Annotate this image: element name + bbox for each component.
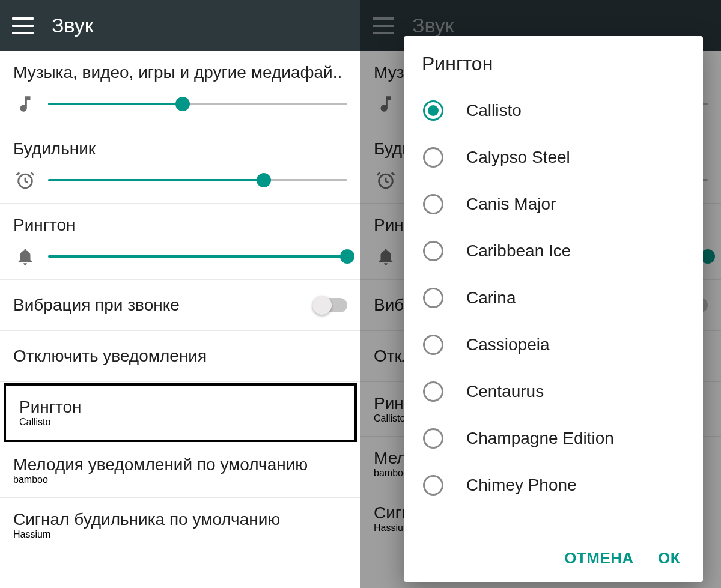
radio-button[interactable] xyxy=(423,147,443,168)
radio-button[interactable] xyxy=(423,288,443,308)
vibrate-label: Вибрация при звонке xyxy=(13,296,180,315)
ringtone-options-list: CallistoCalypso SteelCanis MajorCaribbea… xyxy=(404,87,703,536)
alarm-sound-item[interactable]: Сигнал будильника по умолчанию Hassium xyxy=(0,498,360,552)
ringtone-option-label: Cassiopeia xyxy=(466,335,550,354)
media-volume-setting: Музыка, видео, игры и другие медиафай.. xyxy=(0,51,360,127)
ringtone-option[interactable]: Centaurus xyxy=(412,368,695,415)
ringtone-option[interactable]: Champagne Edition xyxy=(412,415,695,462)
ringtone-setting-value: Callisto xyxy=(19,417,341,428)
media-volume-slider[interactable] xyxy=(48,93,347,115)
ringtone-option-label: Chimey Phone xyxy=(466,476,577,495)
notification-sound-item[interactable]: Мелодия уведомлений по умолчанию bamboo xyxy=(0,443,360,498)
dialog-actions: ОТМЕНА ОК xyxy=(404,536,703,582)
ringtone-volume-setting: Рингтон xyxy=(0,204,360,280)
dialog-title: Рингтон xyxy=(404,36,703,87)
radio-button[interactable] xyxy=(423,475,443,496)
radio-button[interactable] xyxy=(423,381,443,402)
ringtone-option-label: Callisto xyxy=(466,101,522,120)
ringtone-option[interactable]: Canis Major xyxy=(412,181,695,228)
alarm-sound-label: Сигнал будильника по умолчанию xyxy=(13,510,347,529)
sound-settings-screen: Звук Музыка, видео, игры и другие медиаф… xyxy=(0,0,360,588)
ringtone-option-label: Canis Major xyxy=(466,195,556,214)
vibrate-on-call-item[interactable]: Вибрация при звонке xyxy=(0,280,360,331)
dnd-label: Отключить уведомления xyxy=(13,347,207,366)
ringtone-option[interactable]: Calypso Steel xyxy=(412,134,695,181)
alarm-clock-icon xyxy=(13,168,37,192)
radio-button[interactable] xyxy=(423,428,443,449)
ringtone-option[interactable]: Carina xyxy=(412,274,695,321)
ringtone-setting-label: Рингтон xyxy=(19,398,341,417)
ringtone-option[interactable]: Callisto xyxy=(412,87,695,134)
ringtone-option-label: Centaurus xyxy=(466,382,544,401)
ringtone-option[interactable]: Chimey Phone xyxy=(412,462,695,509)
radio-button[interactable] xyxy=(423,194,443,214)
alarm-sound-value: Hassium xyxy=(13,529,347,540)
ringtone-option[interactable]: Cassiopeia xyxy=(412,321,695,368)
do-not-disturb-item[interactable]: Отключить уведомления xyxy=(0,331,360,382)
media-volume-label: Музыка, видео, игры и другие медиафай.. xyxy=(13,63,347,82)
appbar: Звук xyxy=(0,0,360,51)
notification-sound-value: bamboo xyxy=(13,474,347,485)
ringtone-option-label: Calypso Steel xyxy=(466,148,570,167)
cancel-button[interactable]: ОТМЕНА xyxy=(564,549,634,568)
sound-settings-screen-dialog-open: Звук Музыка, видео, игры и другие медиаф… xyxy=(360,0,721,588)
ringtone-option-label: Carina xyxy=(466,288,516,308)
radio-button[interactable] xyxy=(423,100,443,121)
vibrate-switch[interactable] xyxy=(312,298,347,312)
alarm-volume-setting: Будильник xyxy=(0,127,360,204)
radio-button[interactable] xyxy=(423,241,443,261)
ok-button[interactable]: ОК xyxy=(658,549,680,568)
ringtone-option[interactable]: Caribbean Ice xyxy=(412,228,695,274)
ringtone-volume-slider[interactable] xyxy=(48,246,347,267)
alarm-volume-label: Будильник xyxy=(13,139,347,159)
notification-sound-label: Мелодия уведомлений по умолчанию xyxy=(13,455,347,474)
menu-icon[interactable] xyxy=(12,17,34,34)
ringtone-option-label: Caribbean Ice xyxy=(466,241,571,261)
alarm-volume-slider[interactable] xyxy=(48,169,347,191)
appbar-title: Звук xyxy=(52,14,94,37)
ringtone-volume-label: Рингтон xyxy=(13,216,347,235)
ringtone-picker-dialog: Рингтон CallistoCalypso SteelCanis Major… xyxy=(404,36,703,582)
radio-button[interactable] xyxy=(423,335,443,355)
music-note-icon xyxy=(13,92,37,116)
bell-icon xyxy=(13,244,37,268)
ringtone-setting-item[interactable]: Рингтон Callisto xyxy=(4,383,357,442)
ringtone-option-label: Champagne Edition xyxy=(466,429,614,448)
